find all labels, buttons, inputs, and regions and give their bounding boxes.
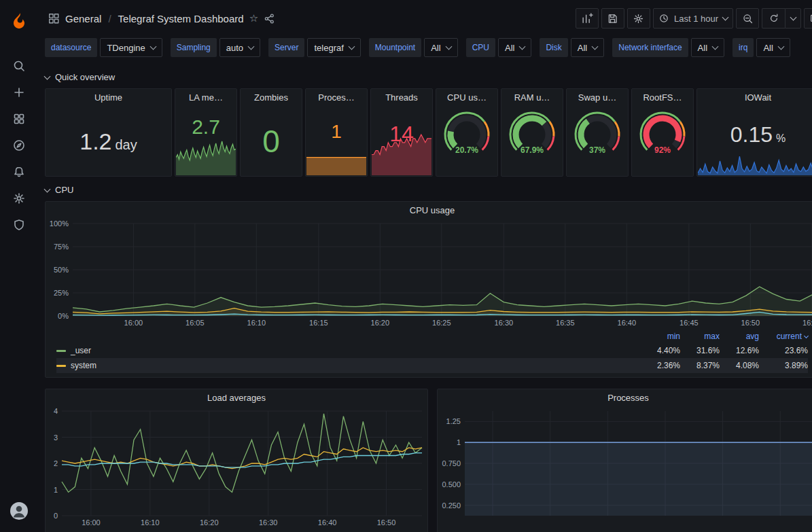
svg-text:16:30: 16:30 (495, 319, 514, 327)
variable-label: Sampling (171, 38, 217, 57)
variable-mountpoint: Mountpoint All (369, 38, 458, 57)
svg-text:16:45: 16:45 (679, 319, 699, 327)
stat-value: 2.7 (175, 107, 236, 176)
variable-disk: Disk All (540, 38, 604, 57)
refresh-interval-dropdown[interactable] (785, 8, 801, 29)
legend-series-label[interactable]: _user (56, 346, 641, 355)
variable-irq: irq All (732, 38, 790, 57)
svg-text:16:10: 16:10 (141, 518, 160, 527)
alerting-bell-icon[interactable] (5, 158, 33, 185)
panel-title[interactable]: Zombies (241, 89, 302, 107)
add-panel-button[interactable] (576, 8, 599, 29)
breadcrumb-title[interactable]: Telegraf System Dashboard (118, 13, 244, 24)
legend-series-label[interactable]: system (56, 361, 641, 370)
variable-datasource: datasource TDengine (45, 38, 162, 57)
svg-text:3: 3 (54, 433, 58, 442)
panel-cpu-usage: CPU usage 100%75%50%25%0%16:0016:0516:10… (45, 201, 812, 378)
panel-title[interactable]: Load averages (46, 389, 427, 407)
stat-panel-load-average: LA me… 2.7 (175, 88, 237, 177)
variable-cpu-select[interactable]: All (498, 38, 531, 57)
stat-value: 0.15% (697, 107, 812, 176)
legend-row-system: system 2.36% 8.37% 4.08% 3.89% (56, 358, 808, 373)
panel-title[interactable]: LA me… (175, 89, 236, 107)
dashboard-settings-button[interactable] (627, 8, 650, 29)
svg-text:16:25: 16:25 (432, 319, 451, 327)
processes-chart[interactable]: 1.2510.7500.5000.250 (438, 407, 812, 528)
stat-panel-swap-usage-gauge: Swap u… 37% (566, 88, 629, 177)
svg-text:0.250: 0.250 (442, 501, 461, 510)
breadcrumb-section[interactable]: General (65, 13, 101, 24)
variable-label: irq (732, 38, 754, 57)
panel-title[interactable]: Processes (438, 389, 812, 407)
variable-datasource-select[interactable]: TDengine (100, 38, 162, 57)
svg-text:100%: 100% (50, 219, 69, 228)
tv-mode-button[interactable] (804, 8, 812, 29)
legend-col-avg[interactable]: avg (720, 332, 759, 341)
variable-server: Server telegraf (268, 38, 361, 57)
main-area: General / Telegraf System Dashboard ☆ (38, 0, 812, 532)
row-cpu[interactable]: CPU (45, 181, 73, 198)
dashboard-body: Quick overview Uptime 1.2day LA me… 2.7 (38, 64, 812, 532)
svg-text:16:40: 16:40 (618, 319, 637, 327)
share-icon[interactable] (264, 13, 275, 24)
search-icon[interactable] (5, 52, 33, 79)
explore-compass-icon[interactable] (5, 132, 33, 158)
load-averages-chart[interactable]: 4321016:0016:1016:2016:3016:4016:50 (46, 407, 427, 528)
svg-text:16:20: 16:20 (200, 518, 219, 527)
zoom-out-button[interactable] (736, 8, 759, 29)
dashboards-icon[interactable] (5, 105, 33, 132)
variable-server-select[interactable]: telegraf (307, 38, 360, 57)
panel-title[interactable]: Proces… (306, 89, 367, 107)
variable-network-interface-select[interactable]: All (691, 38, 724, 57)
panel-title[interactable]: Swap u… (567, 89, 628, 107)
panel-title[interactable]: Threads (371, 89, 432, 107)
variable-mountpoint-select[interactable]: All (424, 38, 457, 57)
panel-title[interactable]: IOWait (697, 89, 812, 107)
svg-text:16:30: 16:30 (259, 518, 278, 527)
svg-text:1: 1 (54, 486, 58, 494)
configuration-gear-icon[interactable] (5, 185, 33, 211)
panel-title[interactable]: CPU us… (436, 89, 497, 107)
chart-legend: min max avg current _user 4.40% 31.6% 12… (46, 328, 812, 378)
svg-text:16:20: 16:20 (371, 319, 390, 327)
legend-col-current[interactable]: current (759, 332, 808, 341)
variable-network-interface: Network interface All (612, 38, 724, 57)
variable-sampling-select[interactable]: auto (219, 38, 260, 57)
legend-col-min[interactable]: min (641, 332, 680, 341)
cpu-usage-chart[interactable]: 100%75%50%25%0%16:0016:0516:1016:1516:20… (46, 219, 812, 328)
gauge: 67.9% (505, 109, 559, 159)
svg-text:1.25: 1.25 (446, 417, 461, 425)
series-color-swatch (56, 350, 66, 352)
panel-title[interactable]: RAM u… (501, 89, 563, 107)
variable-disk-select[interactable]: All (571, 38, 604, 57)
sidebar (0, 0, 38, 532)
time-range-picker[interactable]: Last 1 hour (653, 8, 733, 29)
panel-title[interactable]: CPU usage (46, 202, 812, 219)
save-dashboard-button[interactable] (601, 8, 624, 29)
variable-label: datasource (45, 38, 97, 57)
row-quick-overview[interactable]: Quick overview (45, 68, 115, 86)
svg-text:25%: 25% (54, 289, 69, 297)
grafana-logo[interactable] (5, 7, 33, 33)
svg-text:0%: 0% (58, 312, 69, 320)
legend-series-label[interactable]: softirq (56, 376, 641, 378)
variables-row: datasource TDengine Sampling auto Server… (38, 37, 812, 64)
star-icon[interactable]: ☆ (249, 12, 258, 24)
gauge: 20.7% (440, 109, 494, 159)
legend-col-max[interactable]: max (680, 332, 720, 341)
variable-irq-select[interactable]: All (756, 38, 790, 57)
panel-title[interactable]: RootFS… (632, 89, 693, 107)
stat-value: 1 (306, 107, 367, 176)
svg-text:16:05: 16:05 (186, 319, 205, 327)
admin-shield-icon[interactable] (5, 211, 33, 238)
user-avatar[interactable] (5, 497, 33, 524)
sidebar-menu (5, 52, 33, 238)
apps-grid-icon (48, 12, 60, 24)
svg-text:16:40: 16:40 (318, 518, 337, 527)
panel-title[interactable]: Uptime (46, 89, 171, 107)
create-plus-icon[interactable] (5, 79, 33, 105)
stat-value: 1.2day (46, 107, 171, 176)
refresh-icon[interactable] (762, 8, 785, 29)
breadcrumb: General / Telegraf System Dashboard ☆ (48, 12, 275, 24)
panel-load-averages: Load averages 4321016:0016:1016:2016:301… (45, 389, 428, 532)
